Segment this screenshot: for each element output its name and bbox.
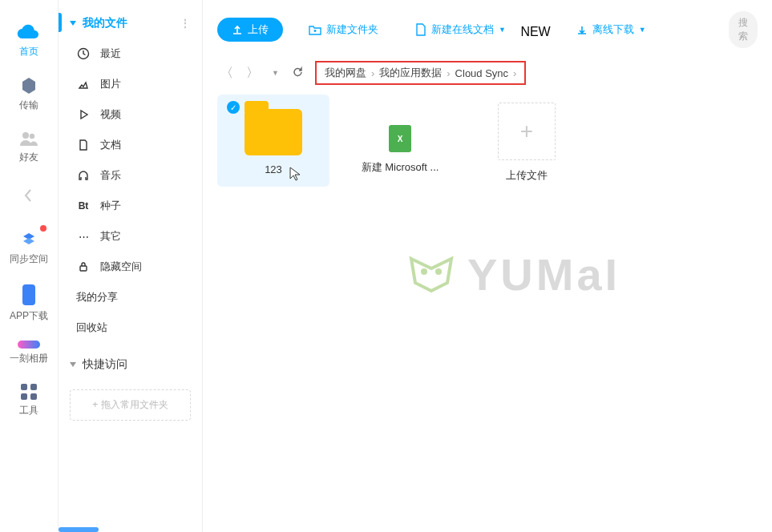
sidebar-item-label: 隐藏空间: [100, 260, 142, 274]
sidebar-item-label: 最近: [100, 46, 121, 61]
file-xls[interactable]: X 新建 Microsoft ...: [344, 95, 456, 186]
sidebar-item-label: 视频: [100, 107, 121, 122]
file-label: 123: [265, 163, 282, 175]
upload-tile[interactable]: + 上传文件: [471, 95, 583, 194]
leftnav-home[interactable]: 首页: [6, 14, 51, 65]
watermark-text: YUMaI: [467, 248, 620, 300]
search-input[interactable]: 搜索: [729, 11, 758, 48]
leftnav-friends[interactable]: 好友: [6, 122, 51, 171]
forward-button[interactable]: 〉: [243, 63, 262, 83]
leftnav-transfer[interactable]: 传输: [6, 68, 51, 119]
file-label: 新建 Microsoft ...: [362, 160, 439, 175]
sidebar-videos[interactable]: 视频: [59, 99, 202, 130]
leftnav-app[interactable]: APP下载: [6, 276, 51, 329]
grid-icon: [20, 383, 38, 401]
chevron-down-icon: [70, 21, 76, 26]
svg-rect-3: [18, 341, 40, 349]
headphones-icon: [76, 168, 91, 183]
play-icon: [76, 107, 91, 122]
nav-arrows: 〈 〉 ▼: [217, 63, 307, 83]
sidebar-item-label: 音乐: [100, 168, 121, 183]
upload-box-icon: +: [498, 103, 556, 160]
folder-plus-icon: [309, 24, 321, 35]
upload-button[interactable]: 上传: [217, 18, 283, 42]
scrollbar[interactable]: [59, 527, 99, 532]
sidebar-item-label: 种子: [100, 199, 121, 213]
sidebar-music[interactable]: 音乐: [59, 160, 202, 191]
leftnav-app-label: APP下载: [10, 309, 48, 323]
breadcrumb-row: 〈 〉 ▼ 我的网盘› 我的应用数据› Cloud Sync›: [203, 56, 772, 95]
svg-point-0: [22, 132, 29, 139]
sidebar-pictures[interactable]: 图片: [59, 69, 202, 99]
leftnav-album-label: 一刻相册: [10, 352, 48, 365]
file-folder-123[interactable]: ✓ 123: [217, 95, 329, 187]
crumb-1[interactable]: 我的应用数据: [379, 66, 442, 80]
upload-icon: [232, 24, 243, 35]
crumb-2[interactable]: Cloud Sync: [455, 67, 508, 79]
plus-icon: +: [520, 120, 533, 143]
watermark: YUMaI: [403, 248, 620, 300]
clock-icon: [76, 46, 91, 61]
leftnav-sync[interactable]: 同步空间: [6, 224, 51, 272]
sidebar-item-label: 文档: [100, 138, 121, 152]
refresh-button[interactable]: [289, 64, 307, 83]
more-icon[interactable]: ⋮: [180, 17, 191, 30]
new-folder-label: 新建文件夹: [326, 22, 378, 37]
gradient-bar-icon: [18, 341, 40, 349]
svg-rect-9: [80, 266, 87, 271]
hexagon-icon: [19, 76, 38, 95]
sidebar-docs[interactable]: 文档: [59, 130, 202, 160]
history-dropdown[interactable]: ▼: [269, 67, 282, 79]
svg-rect-5: [30, 384, 37, 390]
sidebar-bt[interactable]: Bt种子: [59, 191, 202, 221]
bt-icon: Bt: [76, 199, 91, 213]
svg-rect-7: [30, 393, 37, 400]
image-icon: [76, 77, 91, 91]
lock-icon: [76, 260, 91, 274]
sidebar-my-files[interactable]: 我的文件 ⋮: [59, 8, 202, 38]
folder-icon: [245, 109, 302, 155]
sidebar: 我的文件 ⋮ 最近 图片 视频 文档 音乐 Bt种子 ⋯其它 隐藏空间 我的分享…: [58, 0, 202, 532]
sidebar-item-label: 图片: [100, 77, 121, 91]
dropdown-icon: ▼: [499, 26, 506, 34]
leftnav-tools[interactable]: 工具: [6, 375, 51, 424]
sidebar-item-label: 其它: [100, 229, 121, 244]
drag-hint[interactable]: + 拖入常用文件夹: [70, 389, 191, 421]
file-grid: ✓ 123 X 新建 Microsoft ... + 上传文件: [203, 95, 772, 194]
main-area: 上传 新建文件夹 新建在线文档 ▼ NEW 离线下载 ▼ 搜索 〈 〉 ▼: [202, 0, 772, 532]
file-label: 上传文件: [506, 168, 548, 183]
upload-label: 上传: [248, 22, 269, 37]
ellipsis-icon: ⋯: [76, 229, 91, 244]
new-badge: NEW: [520, 25, 550, 38]
chevron-down-icon: [70, 362, 76, 367]
sidebar-quick-access[interactable]: 快捷访问: [59, 349, 202, 380]
sidebar-hidden[interactable]: 隐藏空间: [59, 252, 202, 282]
leftnav-sync-label: 同步空间: [10, 252, 48, 266]
crumb-0[interactable]: 我的网盘: [325, 66, 366, 80]
svg-point-1: [30, 134, 34, 139]
toolbar: 上传 新建文件夹 新建在线文档 ▼ NEW 离线下载 ▼ 搜索: [203, 0, 772, 56]
collapse-icon[interactable]: [23, 188, 34, 206]
download-icon: [576, 24, 588, 35]
doc-plus-icon: [415, 23, 426, 36]
sidebar-my-files-label: 我的文件: [83, 16, 127, 30]
svg-point-10: [421, 268, 427, 275]
sidebar-my-share[interactable]: 我的分享: [59, 282, 202, 312]
sidebar-recycle[interactable]: 回收站: [59, 312, 202, 343]
active-indicator: [59, 13, 62, 32]
owl-icon: [403, 252, 459, 297]
cursor-icon: [289, 167, 301, 181]
leftnav-home-label: 首页: [19, 45, 38, 58]
new-online-doc-button[interactable]: 新建在线文档 ▼: [404, 18, 517, 42]
leftnav-transfer-label: 传输: [19, 99, 38, 112]
new-folder-button[interactable]: 新建文件夹: [297, 18, 390, 42]
leftnav-friends-label: 好友: [19, 151, 38, 164]
new-online-doc-label: 新建在线文档: [431, 22, 494, 37]
sidebar-recent[interactable]: 最近: [59, 38, 202, 69]
back-button[interactable]: 〈: [217, 63, 236, 83]
check-icon[interactable]: ✓: [227, 101, 240, 114]
sync-icon: [18, 232, 39, 249]
offline-download-button[interactable]: 离线下载 ▼: [565, 18, 657, 42]
leftnav-album[interactable]: 一刻相册: [6, 332, 51, 372]
sidebar-other[interactable]: ⋯其它: [59, 221, 202, 252]
